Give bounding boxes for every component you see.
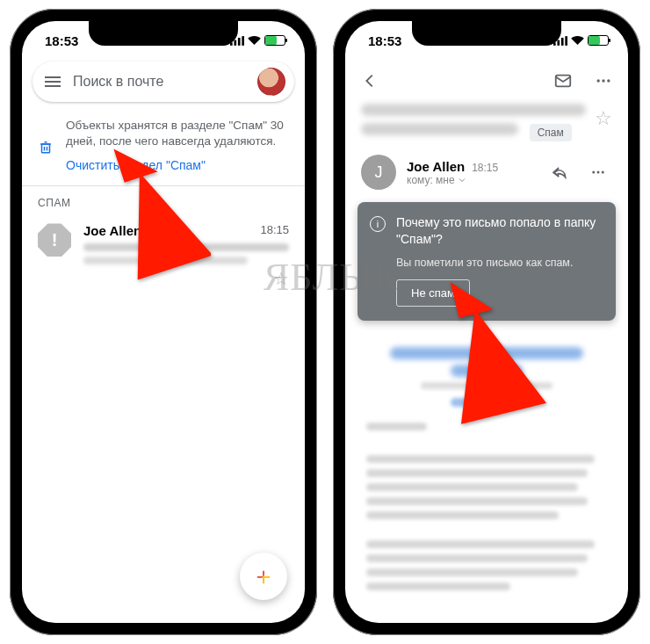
reply-icon[interactable]: [542, 155, 577, 190]
sender-avatar[interactable]: J: [361, 155, 396, 190]
svg-rect-2: [238, 37, 241, 45]
more-icon[interactable]: [586, 63, 621, 98]
phone-right: 18:53: [333, 9, 640, 635]
notch: [412, 21, 561, 46]
svg-rect-8: [561, 37, 564, 45]
sender-time: 18:15: [472, 162, 498, 174]
info-icon: i: [370, 216, 386, 232]
notch: [89, 21, 238, 46]
subject-blur-1: [361, 104, 586, 116]
spam-card-title: Почему это письмо попало в папку "Спам"?: [396, 214, 603, 248]
plus-icon: ＋: [251, 560, 276, 593]
subject-blur-2: [361, 123, 518, 135]
not-spam-button[interactable]: Не спам: [396, 279, 470, 307]
svg-point-13: [607, 79, 610, 82]
spam-chip: Спам: [530, 124, 572, 141]
spam-banner: Объекты хранятся в разделе "Спам" 30 дне…: [22, 109, 305, 185]
wifi-icon: [571, 36, 584, 46]
status-time: 18:53: [368, 33, 401, 48]
screen-right: 18:53: [345, 21, 628, 623]
to-label: кому: мне: [407, 174, 455, 186]
mail-snippet-blur: [83, 257, 248, 264]
empty-spam-link[interactable]: Очистить раздел "Спам": [66, 158, 206, 172]
search-bar[interactable]: Поиск в почте: [32, 62, 294, 102]
svg-point-16: [602, 171, 604, 174]
more-icon[interactable]: [581, 155, 616, 190]
subject-area: Спам ☆: [345, 102, 628, 149]
svg-point-11: [597, 79, 600, 82]
archive-icon[interactable]: [545, 63, 581, 98]
search-placeholder: Поиск в почте: [73, 74, 245, 90]
sender-row: J Joe Allen 18:15 кому: мне: [345, 149, 628, 197]
spam-card-sub: Вы пометили это письмо как спам.: [396, 257, 603, 269]
spam-sender-icon: !: [38, 223, 71, 257]
message-toolbar: [345, 60, 628, 102]
status-right: [553, 35, 609, 46]
svg-point-15: [597, 171, 600, 174]
svg-rect-7: [557, 40, 560, 45]
battery-icon: [264, 35, 285, 46]
compose-fab[interactable]: ＋: [240, 553, 287, 600]
svg-rect-9: [565, 36, 567, 46]
svg-rect-4: [42, 144, 50, 153]
message-body-blur: [345, 329, 628, 605]
spam-explain-card: i Почему это письмо попало в папку "Спам…: [358, 202, 616, 321]
screen-left: 18:53 Поиск в почте Объекты хранятся в р…: [22, 21, 305, 623]
battery-icon: [588, 35, 609, 46]
chevron-down-icon[interactable]: [457, 175, 467, 185]
mail-time: 18:15: [260, 223, 289, 238]
mail-subject-blur: [83, 243, 289, 251]
svg-rect-1: [234, 40, 236, 45]
star-icon[interactable]: ☆: [273, 268, 289, 289]
banner-info-text: Объекты хранятся в разделе "Спам" 30 дне…: [66, 118, 289, 149]
svg-point-14: [592, 171, 595, 174]
back-button[interactable]: [352, 63, 387, 98]
wifi-icon: [248, 36, 261, 46]
star-icon[interactable]: ☆: [595, 107, 612, 130]
svg-rect-3: [242, 36, 244, 46]
status-time: 18:53: [45, 33, 78, 48]
mail-item[interactable]: ! Joe Allen 18:15 ☆: [22, 214, 305, 289]
mail-sender: Joe Allen: [83, 223, 141, 238]
svg-point-12: [602, 79, 604, 82]
section-label: СПАМ: [22, 186, 305, 214]
phone-left: 18:53 Поиск в почте Объекты хранятся в р…: [10, 9, 317, 635]
trash-icon: [38, 121, 54, 173]
account-avatar[interactable]: [257, 68, 285, 96]
sender-name: Joe Allen: [407, 159, 465, 174]
hamburger-icon[interactable]: [45, 76, 61, 87]
status-right: [230, 35, 285, 46]
